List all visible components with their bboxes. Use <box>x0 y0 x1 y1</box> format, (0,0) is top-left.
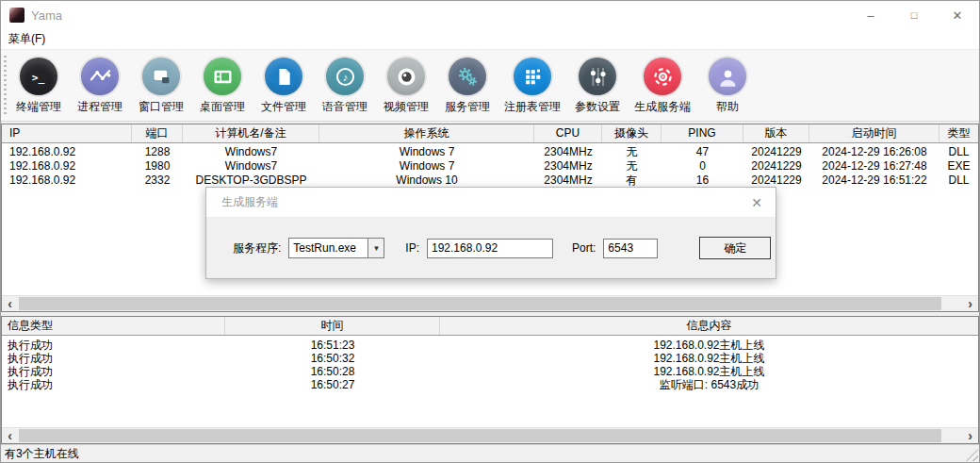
table-cell: 2024-12-29 16:51:22 <box>809 174 939 188</box>
toolbar-button-settings[interactable]: 参数设置 <box>573 58 622 115</box>
terminal-icon: >_ <box>20 58 57 95</box>
resize-grip-icon[interactable] <box>966 449 978 461</box>
scrollbar-thumb[interactable] <box>19 429 941 442</box>
table-cell: 192.168.0.92主机上线 <box>440 365 978 378</box>
column-header-computer-name[interactable]: 计算机名/备注 <box>183 124 319 142</box>
table-cell: 20241229 <box>743 145 809 159</box>
toolbar-label: 文件管理 <box>261 99 306 115</box>
table-cell: 20241229 <box>743 174 809 188</box>
toolbar-gripper[interactable] <box>4 56 7 115</box>
scrollbar-track[interactable] <box>18 428 962 443</box>
toolbar-button-file[interactable]: 文件管理 <box>259 58 308 115</box>
generate-server-dialog: 生成服务端 ✕ 服务程序: TestRun.exe ▼ IP: Port: 确定 <box>205 187 776 279</box>
ip-label: IP: <box>405 241 419 255</box>
port-field[interactable] <box>603 239 658 258</box>
column-header-start-time[interactable]: 启动时间 <box>809 124 939 142</box>
table-cell: 2024-12-29 16:27:48 <box>809 159 939 174</box>
dialog-title-bar[interactable]: 生成服务端 ✕ <box>206 188 776 217</box>
toolbar-label: 终端管理 <box>16 99 61 115</box>
table-row[interactable]: 192.168.0.921288Windows7Windows 72304MHz… <box>2 145 978 159</box>
column-header-message-type[interactable]: 信息类型 <box>2 317 225 335</box>
scrollbar-track[interactable] <box>18 296 962 311</box>
toolbar-button-registry[interactable]: 注册表管理 <box>504 58 561 115</box>
hosts-horizontal-scrollbar[interactable]: ‹ › <box>2 295 978 311</box>
svg-text:♪: ♪ <box>342 71 348 82</box>
table-row[interactable]: 执行成功16:51:23192.168.0.92主机上线 <box>2 339 978 352</box>
toolbar-button-help[interactable]: 帮助 <box>703 58 752 115</box>
toolbar-button-video[interactable]: 视频管理 <box>382 58 431 115</box>
scroll-right-icon[interactable]: › <box>962 428 978 443</box>
toolbar-label: 参数设置 <box>575 99 620 115</box>
toolbar-label: 窗口管理 <box>139 99 184 115</box>
ok-button[interactable]: 确定 <box>699 237 771 259</box>
toolbar-label: 注册表管理 <box>504 99 561 115</box>
ip-field[interactable] <box>427 239 553 258</box>
toolbar-button-audio[interactable]: ♪ 语音管理 <box>320 58 369 115</box>
dialog-title: 生成服务端 <box>221 194 278 210</box>
table-row[interactable]: 192.168.0.922332DESKTOP-3GDBSPPWindows 1… <box>2 174 978 188</box>
maximize-button[interactable]: □ <box>892 1 936 29</box>
toolbar-label: 视频管理 <box>384 99 429 115</box>
column-header-port[interactable]: 端口 <box>132 124 183 142</box>
window-icon <box>142 58 180 95</box>
minimize-button[interactable]: – <box>849 1 892 29</box>
table-cell: 16:50:27 <box>225 378 440 391</box>
table-cell: 192.168.0.92主机上线 <box>440 339 978 352</box>
program-dropdown-value: TestRun.exe <box>289 241 368 255</box>
table-cell: 20241229 <box>743 159 809 174</box>
table-cell: 2304MHz <box>534 159 602 174</box>
toolbar-label: 帮助 <box>716 99 739 115</box>
scroll-left-icon[interactable]: ‹ <box>2 296 18 311</box>
toolbar-button-window[interactable]: 窗口管理 <box>137 58 186 115</box>
scroll-left-icon[interactable]: ‹ <box>2 428 18 443</box>
toolbar-button-process[interactable]: 进程管理 <box>75 58 124 115</box>
table-cell: 执行成功 <box>2 378 225 391</box>
table-row[interactable]: 执行成功16:50:27监听端口: 6543成功 <box>2 378 978 391</box>
table-cell: 16:51:23 <box>225 339 440 352</box>
menu-bar: 菜单(F) <box>1 29 979 50</box>
column-header-ip[interactable]: IP <box>2 124 132 142</box>
program-dropdown[interactable]: TestRun.exe ▼ <box>288 238 384 258</box>
table-cell: 16 <box>662 174 743 188</box>
column-header-os[interactable]: 操作系统 <box>319 124 534 142</box>
program-label: 服务程序: <box>233 240 281 256</box>
column-header-camera[interactable]: 摄像头 <box>602 124 662 142</box>
chevron-down-icon[interactable]: ▼ <box>368 239 384 257</box>
audio-icon: ♪ <box>326 58 364 95</box>
table-cell: 2304MHz <box>534 145 602 159</box>
table-cell: 无 <box>602 159 662 174</box>
toolbar-button-generate[interactable]: 生成服务端 <box>634 58 691 115</box>
table-cell: 192.168.0.92 <box>2 159 132 174</box>
messages-table: 信息类型 时间 信息内容 执行成功16:51:23192.168.0.92主机上… <box>1 316 979 444</box>
messages-table-body: 执行成功16:51:23192.168.0.92主机上线执行成功16:50:32… <box>2 336 978 427</box>
toolbar-button-services[interactable]: 服务管理 <box>443 58 492 115</box>
ok-button-label: 确定 <box>724 240 746 256</box>
scroll-right-icon[interactable]: › <box>962 296 978 311</box>
column-header-cpu[interactable]: CPU <box>534 124 602 142</box>
toolbar-label: 服务管理 <box>445 99 490 115</box>
svg-text:>_: >_ <box>31 72 44 84</box>
table-row[interactable]: 执行成功16:50:28192.168.0.92主机上线 <box>2 365 978 378</box>
close-button[interactable]: ✕ <box>936 1 979 29</box>
messages-horizontal-scrollbar[interactable]: ‹ › <box>2 427 978 443</box>
toolbar-button-terminal[interactable]: >_ 终端管理 <box>14 58 63 115</box>
table-row[interactable]: 192.168.0.921980Windows7Windows 72304MHz… <box>2 159 978 174</box>
table-cell: Windows 7 <box>319 159 534 174</box>
toolbar-label: 语音管理 <box>322 99 368 115</box>
scrollbar-thumb[interactable] <box>19 297 941 310</box>
column-header-time[interactable]: 时间 <box>225 317 440 335</box>
column-header-type[interactable]: 类型 <box>939 124 978 142</box>
help-icon <box>709 58 746 95</box>
table-cell: DESKTOP-3GDBSPP <box>183 174 319 188</box>
dialog-close-icon[interactable]: ✕ <box>751 195 762 210</box>
column-header-message-content[interactable]: 信息内容 <box>440 317 978 335</box>
column-header-version[interactable]: 版本 <box>743 124 809 142</box>
status-bar: 有3个主机在线 <box>1 444 979 462</box>
menu-item-file[interactable]: 菜单(F) <box>1 29 53 49</box>
table-cell: Windows7 <box>183 145 319 159</box>
registry-icon <box>514 58 551 95</box>
table-row[interactable]: 执行成功16:50:32192.168.0.92主机上线 <box>2 352 978 365</box>
hosts-table-header: IP 端口 计算机名/备注 操作系统 CPU 摄像头 PING 版本 启动时间 … <box>2 124 978 143</box>
toolbar-button-desktop[interactable]: 桌面管理 <box>198 58 247 115</box>
column-header-ping[interactable]: PING <box>662 124 743 142</box>
